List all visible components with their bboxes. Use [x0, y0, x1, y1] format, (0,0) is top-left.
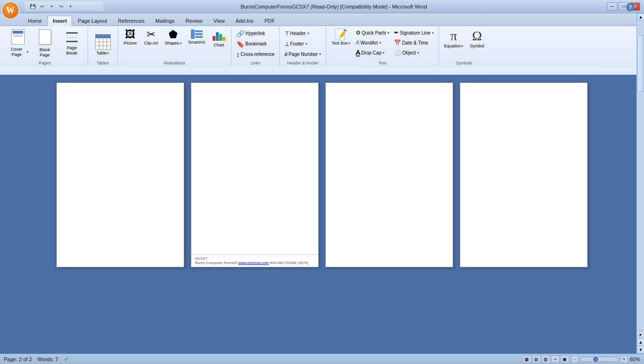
tab-mailings[interactable]: Mailings — [150, 15, 179, 26]
illustrations-group: 🖼 Picture ✂ Clip Art ⬟ Shapes ▾ — [118, 27, 232, 66]
document-area: GC5X7 Burris Computer Forms® www.pcforms… — [0, 75, 644, 353]
view-buttons: ▦ ▤ ▧ ▪ ▣ — [523, 355, 569, 363]
datetime-button[interactable]: 📅 Date & Time — [392, 38, 436, 47]
tab-review[interactable]: Review — [180, 15, 208, 26]
blank-page-icon — [39, 29, 51, 46]
quickparts-icon: ⚙ — [356, 29, 361, 36]
undo-dropdown[interactable]: ▾ — [47, 2, 56, 10]
document-page-2: GC5X7 Burris Computer Forms® www.pcforms… — [191, 82, 319, 267]
symbol-label: Symbol — [470, 44, 484, 49]
table-button[interactable]: Table ▾ — [91, 28, 115, 57]
minimize-button[interactable]: ─ — [607, 2, 617, 11]
footer-link[interactable]: www.pcforms.com — [238, 261, 269, 265]
word-count[interactable]: Words: 7 — [37, 356, 58, 362]
tab-pagelayout[interactable]: Page Layout — [72, 15, 112, 26]
tab-addins[interactable]: Add-Ins — [230, 15, 259, 26]
shapes-label: Shapes ▾ — [165, 41, 182, 46]
quickparts-button[interactable]: ⚙ Quick Parts ▾ — [354, 28, 392, 37]
clipart-label: Clip Art — [144, 41, 158, 46]
status-bar: Page: 2 of 2 Words: 7 ✓ ▦ ▤ ▧ ▪ ▣ - + 60… — [0, 354, 644, 364]
chart-label: Chart — [214, 43, 224, 48]
pages-group-label: Pages — [39, 61, 51, 65]
footer-label: Footer — [290, 41, 304, 46]
wordart-button[interactable]: A WordArt ▾ — [354, 38, 392, 47]
ruler-horizontal — [0, 67, 644, 75]
footer-phone: 800-982-FORM (3676) — [270, 261, 308, 265]
footer-code: GC5X7 — [195, 256, 314, 261]
document-page-4 — [460, 82, 588, 267]
chart-button[interactable]: Chart — [209, 28, 228, 49]
header-button[interactable]: ⊤ Header ▾ — [283, 29, 311, 38]
shapes-button[interactable]: ⬟ Shapes ▾ — [162, 28, 184, 47]
full-reading-button[interactable]: ▤ — [532, 355, 541, 363]
document-page-1 — [56, 82, 184, 267]
scroll-prev-button[interactable]: ▲ — [637, 338, 644, 346]
smartart-button[interactable]: SmartArt — [186, 28, 208, 46]
links-group: 🔗 Hyperlink 🔖 Bookmark ↕ Cross-reference… — [232, 27, 280, 66]
outline-button[interactable]: ▪ — [551, 355, 560, 363]
symbol-icon: Ω — [472, 29, 482, 43]
dropcap-button[interactable]: A̲ Drop Cap ▾ — [354, 48, 392, 57]
tables-group-label: Tables — [97, 61, 109, 65]
office-button[interactable]: W — [1, 1, 20, 20]
zoom-slider[interactable] — [581, 357, 618, 362]
hyperlink-button[interactable]: 🔗 Hyperlink — [234, 29, 267, 38]
pagenumber-button[interactable]: # Page Number ▾ — [283, 50, 323, 59]
print-layout-button[interactable]: ▦ — [523, 355, 531, 363]
clipart-button[interactable]: ✂ Clip Art — [142, 28, 161, 47]
help-button[interactable]: ? — [626, 3, 635, 11]
zoom-out-button[interactable]: - — [571, 355, 579, 363]
bookmark-button[interactable]: 🔖 Bookmark — [234, 39, 268, 49]
footer-button[interactable]: ⊥ Footer ▾ — [283, 39, 309, 49]
tab-pdf[interactable]: PDF — [259, 15, 280, 26]
equation-label: Equation ▾ — [444, 44, 464, 49]
dropcap-icon: A̲ — [356, 49, 360, 56]
hyperlink-label: Hyperlink — [245, 31, 265, 36]
crossref-button[interactable]: ↕ Cross-reference — [234, 50, 277, 59]
save-button[interactable]: 💾 — [28, 2, 37, 10]
cover-page-label: Cover Page ▾ — [7, 47, 28, 57]
signatureline-button[interactable]: ✒ Signature Line ▾ — [392, 28, 436, 37]
tab-home[interactable]: Home — [23, 15, 47, 26]
window-title: BurrisComputerFormsGC5X7 (Read-Only) [Co… — [61, 4, 607, 9]
textbox-label: Text Box ▾ — [331, 41, 350, 46]
tab-view[interactable]: View — [208, 15, 230, 26]
ribbon-content: Cover Page ▾ Blank Page - - - - Page Bre… — [0, 26, 644, 67]
scroll-thumb[interactable] — [637, 35, 644, 92]
headerfooter-group-label: Header & Footer — [287, 61, 319, 65]
symbol-button[interactable]: Ω Symbol — [467, 28, 486, 50]
tab-references[interactable]: References — [113, 15, 150, 26]
textbox-button[interactable]: 📝 Text Box ▾ — [329, 28, 353, 47]
equation-button[interactable]: π Equation ▾ — [442, 28, 466, 50]
footer-icon: ⊥ — [285, 41, 289, 47]
textbox-icon: 📝 — [334, 29, 347, 40]
tables-group: Table ▾ Tables — [88, 27, 118, 66]
picture-button[interactable]: 🖼 Picture — [121, 28, 140, 47]
title-bar: 💾 ↩ ▾ ↪ ▾ BurrisComputerFormsGC5X7 (Read… — [0, 0, 644, 13]
page-break-button[interactable]: - - - - Page Break — [59, 28, 85, 57]
page-break-label: Page Break — [61, 46, 82, 56]
object-label: Object — [402, 50, 416, 55]
proofing-checkmark[interactable]: ✓ — [64, 355, 69, 363]
cover-page-button[interactable]: Cover Page ▾ — [5, 28, 31, 59]
pages-group: Cover Page ▾ Blank Page - - - - Page Bre… — [2, 27, 88, 66]
scroll-next-button[interactable]: ▼ — [637, 346, 644, 354]
scroll-up-button[interactable]: ▲ — [637, 13, 644, 21]
undo-button[interactable]: ↩ — [38, 2, 46, 10]
tab-insert[interactable]: Insert — [47, 16, 72, 26]
object-button[interactable]: ⬜ Object ▾ — [392, 48, 436, 57]
blank-page-button[interactable]: Blank Page — [32, 28, 58, 59]
illustrations-group-label: Illustrations — [164, 61, 186, 65]
scroll-select-browse-button[interactable]: ● — [637, 331, 644, 338]
bookmark-icon: 🔖 — [236, 40, 244, 48]
blank-page-label: Blank Page — [34, 47, 55, 58]
draft-button[interactable]: ▣ — [561, 355, 569, 363]
vertical-scrollbar[interactable]: ▲ ● ▲ ▼ — [636, 13, 644, 354]
page-indicator[interactable]: Page: 2 of 2 — [4, 356, 32, 362]
web-layout-button[interactable]: ▧ — [542, 355, 550, 363]
symbols-group-label: Symbols — [456, 61, 473, 65]
table-label: Table ▾ — [97, 51, 109, 56]
zoom-in-button[interactable]: + — [620, 355, 628, 363]
zoom-level[interactable]: 60% — [630, 356, 640, 362]
signatureline-label: Signature Line — [400, 30, 430, 36]
